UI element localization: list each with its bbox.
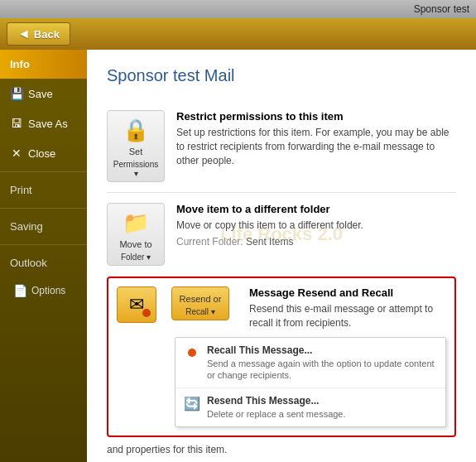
resend-btn-sub: Recall ▾ bbox=[185, 307, 215, 316]
move-title: Move item to a different folder bbox=[176, 203, 456, 215]
move-text: Move item to a different folder Move or … bbox=[176, 203, 456, 248]
resend-or-recall-button[interactable]: Resend or Recall ▾ bbox=[171, 286, 229, 320]
back-button[interactable]: ◄ Back bbox=[7, 22, 70, 46]
resend-recall-card: ✉ Resend or Recall ▾ Message Resend and … bbox=[107, 277, 456, 437]
folder-icon: 📁 bbox=[123, 210, 149, 236]
properties-text: and properties for this item. bbox=[107, 444, 456, 455]
resend-item-icon: 🔄 bbox=[184, 395, 200, 411]
save-label: Save bbox=[28, 88, 53, 100]
permissions-desc: Set up restrictions for this item. For e… bbox=[176, 126, 456, 167]
resend-item-title: Resend This Message... bbox=[207, 395, 437, 407]
divider-3 bbox=[0, 244, 87, 245]
sidebar-item-print[interactable]: Print bbox=[0, 176, 87, 205]
back-arrow-icon: ◄ bbox=[17, 26, 31, 41]
options-icon: 📄 bbox=[13, 284, 26, 297]
sidebar-item-close[interactable]: ✕ Close bbox=[0, 138, 87, 168]
move-to-folder-button[interactable]: 📁 Move to Folder ▾ bbox=[107, 203, 165, 266]
close-label: Close bbox=[28, 147, 55, 160]
set-permissions-button[interactable]: 🔒 Set Permissions ▾ bbox=[107, 110, 165, 182]
move-card: 📁 Move to Folder ▾ Move item to a differ… bbox=[107, 193, 456, 277]
save-as-icon: 🖫 bbox=[10, 117, 23, 130]
divider-2 bbox=[0, 208, 87, 209]
divider-1 bbox=[0, 171, 87, 172]
title-bar: Sponsor test bbox=[0, 0, 476, 18]
resend-item-content: Resend This Message... Delete or replace… bbox=[207, 395, 437, 420]
back-label: Back bbox=[34, 28, 60, 41]
resend-recall-btn-wrapper: Resend or Recall ▾ bbox=[171, 286, 229, 320]
title-text: Sponsor test bbox=[414, 3, 469, 15]
recall-item-title: Recall This Message... bbox=[207, 344, 437, 356]
permissions-btn-sub: Permissions ▾ bbox=[111, 160, 161, 178]
sidebar: Info 💾 Save 🖫 Save As ✕ Close Print Savi… bbox=[0, 50, 87, 462]
resend-recall-top: ✉ Resend or Recall ▾ Message Resend and … bbox=[117, 286, 446, 337]
move-btn-sub: Folder ▾ bbox=[121, 253, 151, 262]
main-layout: Info 💾 Save 🖫 Save As ✕ Close Print Savi… bbox=[0, 50, 476, 462]
resend-recall-icon: ✉ bbox=[117, 286, 156, 323]
move-folder: Current Folder: Sent Items bbox=[176, 236, 456, 248]
resend-this-message-item[interactable]: 🔄 Resend This Message... Delete or repla… bbox=[175, 388, 445, 426]
resend-btn-label: Resend or bbox=[180, 294, 222, 304]
page-title: Sponsor test Mail bbox=[107, 66, 456, 85]
sidebar-item-save[interactable]: 💾 Save bbox=[0, 79, 87, 108]
move-desc: Move or copy this item to a different fo… bbox=[176, 219, 456, 233]
sidebar-item-saving[interactable]: Saving bbox=[0, 212, 87, 241]
resend-recall-desc: Resend this e-mail message or attempt to… bbox=[249, 302, 446, 330]
move-btn-label: Move to bbox=[119, 239, 151, 249]
info-label: Info bbox=[10, 58, 30, 70]
folder-value: Sent Items bbox=[246, 236, 293, 248]
close-icon: ✕ bbox=[10, 147, 23, 160]
save-as-label: Save As bbox=[28, 118, 68, 130]
resend-item-desc: Delete or replace a sent message. bbox=[207, 408, 437, 420]
resend-recall-text: Message Resend and Recall Resend this e-… bbox=[249, 286, 446, 330]
recall-dropdown-menu: Recall This Message... Send a message ag… bbox=[175, 337, 446, 428]
recall-item-content: Recall This Message... Send a message ag… bbox=[207, 344, 437, 382]
permissions-btn-label: Set bbox=[129, 147, 143, 156]
sidebar-item-save-as[interactable]: 🖫 Save As bbox=[0, 108, 87, 138]
sidebar-item-outlook[interactable]: Outlook bbox=[0, 248, 87, 277]
recall-item-icon bbox=[184, 344, 200, 361]
permissions-title: Restrict permissions to this item bbox=[176, 110, 456, 123]
resend-recall-title: Message Resend and Recall bbox=[249, 286, 446, 299]
folder-label: Current Folder: bbox=[176, 236, 243, 248]
recall-dot bbox=[142, 309, 151, 317]
sidebar-item-options[interactable]: 📄 Options bbox=[0, 277, 87, 304]
permissions-card: 🔒 Set Permissions ▾ Restrict permissions… bbox=[107, 100, 456, 193]
recall-this-message-item[interactable]: Recall This Message... Send a message ag… bbox=[175, 338, 445, 389]
recall-item-desc: Send a message again with the option to … bbox=[207, 358, 437, 382]
permissions-text: Restrict permissions to this item Set up… bbox=[176, 110, 456, 167]
sidebar-item-info[interactable]: Info bbox=[0, 50, 87, 79]
main-content: Sponsor test Mail 🔒 Set Permissions ▾ Re… bbox=[87, 50, 476, 462]
save-icon: 💾 bbox=[10, 87, 23, 100]
ribbon-bar: ◄ Back bbox=[0, 18, 476, 50]
permissions-icon: 🔒 bbox=[123, 118, 149, 143]
